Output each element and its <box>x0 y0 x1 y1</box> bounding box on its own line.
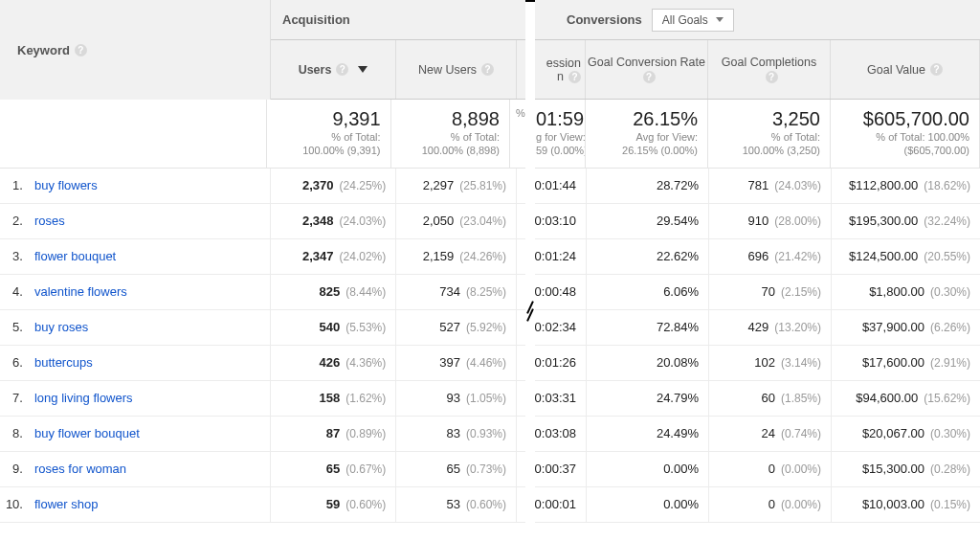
cell-gv: $124,500.00(20.55%) <box>831 239 980 274</box>
summary-gv: $605,700.00 % of Total: 100.00% ($605,70… <box>831 100 980 168</box>
cell-gcr: 22.62% <box>586 239 708 274</box>
cell-new-users: 2,050(23.04%) <box>395 204 516 238</box>
cell-fragment <box>516 169 526 203</box>
table-row: 6.buttercups426(4.36%)397(4.46%) <box>0 346 526 381</box>
table-row: 10.flower shop59(0.60%)53(0.60%) <box>0 487 526 523</box>
cell-gcr: 24.79% <box>586 381 708 416</box>
cell-gc: 429(13.20%) <box>708 310 831 345</box>
cell-users: 2,348(24.03%) <box>270 204 395 238</box>
help-icon[interactable]: ? <box>568 71 581 83</box>
cell-new-users: 93(1.05%) <box>395 381 516 416</box>
cell-users: 158(1.62%) <box>270 381 395 416</box>
help-icon[interactable]: ? <box>643 71 656 83</box>
cell-session: <00:00:01 <box>530 487 586 522</box>
cell-session: 00:03:31 <box>530 381 586 416</box>
help-icon[interactable]: ? <box>481 63 494 76</box>
help-icon[interactable]: ? <box>766 71 778 83</box>
summary-gcr: 26.15% Avg for View: 26.15% (0.00%) <box>586 100 708 168</box>
cell-fragment <box>516 310 526 345</box>
cell-gc: 0(0.00%) <box>708 452 831 486</box>
cell-users: 87(0.89%) <box>270 417 395 451</box>
table-row: 00:01:2422.62%696(21.42%)$124,500.00(20.… <box>530 239 980 275</box>
cell-gcr: 29.54% <box>586 204 708 238</box>
keyword-link[interactable]: buy flowers <box>29 178 271 192</box>
cell-gc: 24(0.74%) <box>708 417 831 451</box>
cell-gcr: 0.00% <box>586 487 708 522</box>
cell-fragment <box>516 487 526 522</box>
left-pane: Keyword ? Acquisition Users ? New Users … <box>0 0 528 523</box>
cell-gv: $17,600.00(2.91%) <box>831 346 980 380</box>
cell-session: 00:03:10 <box>530 204 586 238</box>
cell-new-users: 53(0.60%) <box>395 487 516 522</box>
cell-gc: 910(28.00%) <box>708 204 831 238</box>
keyword-link[interactable]: buy flower bouquet <box>29 426 271 440</box>
cell-session: 00:00:37 <box>530 452 586 486</box>
keyword-link[interactable]: roses for woman <box>29 462 271 476</box>
sort-desc-icon <box>358 66 368 73</box>
row-index: 2. <box>0 214 29 228</box>
cell-users: 2,347(24.02%) <box>270 239 395 274</box>
row-index: 1. <box>0 178 29 192</box>
help-icon[interactable]: ? <box>75 44 87 56</box>
cell-users: 65(0.67%) <box>270 452 395 486</box>
column-header-keyword[interactable]: Keyword ? <box>0 0 271 100</box>
column-header-users[interactable]: Users ? <box>271 40 396 99</box>
keyword-link[interactable]: flower shop <box>29 497 271 511</box>
column-header-goal-conversion-rate[interactable]: Goal Conversion Rate ? <box>586 40 708 99</box>
cell-gcr: 28.72% <box>586 169 708 203</box>
table-row: 4.valentine flowers825(8.44%)734(8.25%) <box>0 275 526 310</box>
cell-new-users: 2,297(25.81%) <box>395 169 516 203</box>
table-row: 7.long living flowers158(1.62%)93(1.05%) <box>0 381 526 417</box>
analytics-keyword-report: Keyword ? Acquisition Users ? New Users … <box>0 0 980 523</box>
column-header-session-fragment[interactable]: ession n? <box>530 40 586 99</box>
summary-session-fragment: 01:59 g for View: 59 (0.00%) <box>530 100 586 168</box>
table-row: 00:01:2620.08%102(3.14%)$17,600.00(2.91%… <box>530 346 980 381</box>
keyword-link[interactable]: buttercups <box>29 355 271 370</box>
summary-row-right: 01:59 g for View: 59 (0.00%) 26.15% Avg … <box>530 100 980 169</box>
column-header-goal-value[interactable]: Goal Value ? <box>831 40 980 99</box>
column-header-fragment <box>517 40 526 99</box>
keyword-link[interactable]: roses <box>29 214 271 228</box>
column-header-new-users[interactable]: New Users ? <box>396 40 517 99</box>
table-row: 1.buy flowers2,370(24.25%)2,297(25.81%) <box>0 169 526 204</box>
table-row: 8.buy flower bouquet87(0.89%)83(0.93%) <box>0 417 526 452</box>
table-row: 2.roses2,348(24.03%)2,050(23.04%) <box>0 204 526 239</box>
column-group-conversions: Conversions All Goals <box>530 0 980 40</box>
cell-gcr: 72.84% <box>586 310 708 345</box>
table-row: 00:03:3124.79%60(1.85%)$94,600.00(15.62%… <box>530 381 980 417</box>
cell-gc: 781(24.03%) <box>708 169 831 203</box>
cell-session: 00:01:26 <box>530 346 586 380</box>
row-index: 7. <box>0 391 29 405</box>
cell-gc: 0(0.00%) <box>708 487 831 522</box>
keyword-link[interactable]: valentine flowers <box>29 284 271 299</box>
table-row: 00:02:3472.84%429(13.20%)$37,900.00(6.26… <box>530 310 980 346</box>
goal-selector[interactable]: All Goals <box>652 9 734 32</box>
summary-users: 9,391 % of Total: 100.00% (9,391) <box>267 100 390 168</box>
cell-new-users: 2,159(24.26%) <box>395 239 516 274</box>
help-icon[interactable]: ? <box>930 63 943 76</box>
cell-gc: 70(2.15%) <box>708 275 831 309</box>
keyword-link[interactable]: long living flowers <box>29 391 271 405</box>
cell-users: 426(4.36%) <box>270 346 395 380</box>
column-header-goal-completions[interactable]: Goal Completions ? <box>708 40 831 99</box>
help-icon[interactable]: ? <box>336 63 348 76</box>
cell-fragment <box>516 346 526 380</box>
keyword-link[interactable]: flower bouquet <box>29 249 271 263</box>
keyword-link[interactable]: buy roses <box>29 320 271 334</box>
chevron-down-icon <box>716 17 724 22</box>
cell-gv: $20,067.00(0.30%) <box>831 417 980 451</box>
row-index: 10. <box>0 497 29 511</box>
column-group-acquisition: Acquisition <box>271 0 526 39</box>
table-row: 00:00:370.00%0(0.00%)$15,300.00(0.28%) <box>530 452 980 487</box>
row-index: 3. <box>0 249 29 263</box>
cell-gc: 60(1.85%) <box>708 381 831 416</box>
cell-session: 00:02:34 <box>530 310 586 345</box>
row-index: 5. <box>0 320 29 334</box>
row-index: 8. <box>0 426 29 440</box>
row-index: 6. <box>0 355 29 370</box>
cell-fragment <box>516 452 526 486</box>
cell-new-users: 734(8.25%) <box>395 275 516 309</box>
summary-new-users: 8,898 % of Total: 100.00% (8,898) <box>391 100 510 168</box>
table-row: 00:03:1029.54%910(28.00%)$195,300.00(32.… <box>530 204 980 239</box>
cell-new-users: 83(0.93%) <box>395 417 516 451</box>
